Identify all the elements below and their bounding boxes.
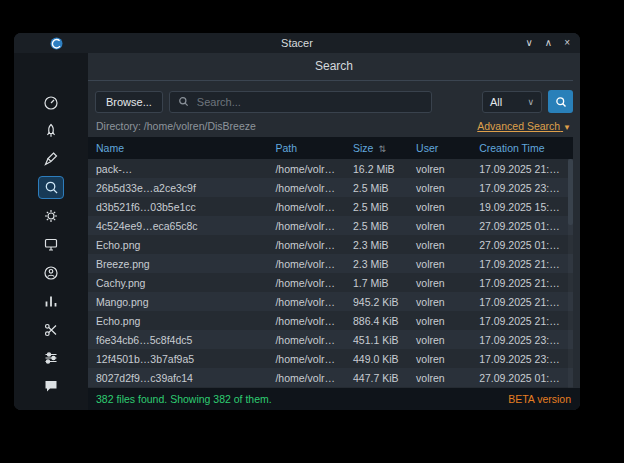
- table-row[interactable]: 26b5d33e…a2ce3c9f/home/volren/…2.5 MiBvo…: [88, 178, 573, 197]
- sort-icon[interactable]: ⇅: [378, 144, 386, 154]
- table-cell: f6e34cb6…5c8f4dc5: [88, 330, 267, 349]
- table-cell: volren: [408, 387, 471, 388]
- column-header[interactable]: User: [408, 137, 471, 159]
- table-cell: volren: [408, 216, 471, 235]
- table-cell: 17.09.2025 23:48:46: [471, 349, 573, 368]
- table-cell: 17.09.2025 21:38:36: [471, 292, 573, 311]
- status-bar: 382 files found. Showing 382 of them. BE…: [88, 388, 580, 410]
- table-cell: /home/volren/…: [267, 197, 345, 216]
- column-header[interactable]: Path: [267, 137, 345, 159]
- table-cell: volren: [408, 368, 471, 387]
- window-title: Stacer: [14, 37, 580, 49]
- rocket-icon: [43, 123, 59, 139]
- table-cell: Cachy.png: [88, 273, 267, 292]
- sidebar-item-resources[interactable]: [38, 290, 64, 313]
- main-panel: Search Browse... All ∨ Directory: /home/…: [88, 53, 580, 410]
- table-cell: 886.4 KiB: [345, 311, 408, 330]
- table-cell: 451.1 KiB: [345, 330, 408, 349]
- table-cell: 2.5 MiB: [345, 216, 408, 235]
- sidebar-item-uninstaller[interactable]: [38, 261, 64, 284]
- sidebar-item-feedback[interactable]: [38, 375, 64, 398]
- table-cell: /home/volren/…: [267, 368, 345, 387]
- table-row[interactable]: Echo.png/home/volren/…2.3 MiBvolren27.09…: [88, 235, 573, 254]
- table-cell: 1.7 MiB: [345, 273, 408, 292]
- search-toolbar: Browse... All ∨: [88, 81, 580, 119]
- sidebar: [14, 53, 88, 410]
- column-header[interactable]: Size⇅: [345, 137, 408, 159]
- table-row[interactable]: 8027d2f9…c39afc14/home/volren/…447.7 KiB…: [88, 368, 573, 387]
- table-header-row: NamePathSize⇅UserCreation Time: [88, 137, 573, 159]
- table-cell: 16.2 MiB: [345, 159, 408, 178]
- table-cell: /home/volren/…: [267, 273, 345, 292]
- table-row[interactable]: d3b521f6…03b5e1cc/home/volren/…2.5 MiBvo…: [88, 197, 573, 216]
- table-row[interactable]: pack-…/home/volren/…16.2 MiBvolren17.09.…: [88, 159, 573, 178]
- stacer-window: Stacer ∨ ∧ ×: [14, 33, 580, 410]
- filter-dropdown[interactable]: All ∨: [482, 91, 542, 113]
- sidebar-item-system-cleaner[interactable]: [38, 148, 64, 171]
- table-row[interactable]: Cachy.png/home/volren/…1.7 MiBvolren17.0…: [88, 273, 573, 292]
- directory-label: Directory: /home/volren/DisBreeze: [96, 120, 256, 132]
- table-cell: /home/volren/…: [267, 159, 345, 178]
- table-cell: volren: [408, 311, 471, 330]
- table-cell: Breeze.png: [88, 254, 267, 273]
- minimize-button[interactable]: ∨: [526, 33, 533, 53]
- triangle-down-icon: ▼: [563, 123, 571, 132]
- table-row[interactable]: 88da1626…c1362a6a/home/volren/…447.4 KiB…: [88, 387, 573, 388]
- table-cell: 19.09.2025 15:32:47: [471, 387, 573, 388]
- scrollbar-thumb[interactable]: [568, 159, 573, 225]
- table-cell: 2.3 MiB: [345, 254, 408, 273]
- sidebar-item-processes[interactable]: [38, 233, 64, 256]
- table-cell: 4c524ee9…eca65c8c: [88, 216, 267, 235]
- filter-value: All: [490, 96, 502, 108]
- search-icon: [44, 180, 59, 195]
- table-row[interactable]: Echo.png/home/volren/…886.4 KiBvolren17.…: [88, 311, 573, 330]
- table-cell: 2.5 MiB: [345, 178, 408, 197]
- version-label: BETA version: [508, 393, 571, 405]
- table-cell: pack-…: [88, 159, 267, 178]
- table-cell: /home/volren/…: [267, 349, 345, 368]
- maximize-button[interactable]: ∧: [545, 33, 552, 53]
- search-box[interactable]: [169, 91, 432, 113]
- table-cell: 17.09.2025 21:38:36: [471, 311, 573, 330]
- gear-icon: [43, 208, 59, 224]
- table-row[interactable]: 4c524ee9…eca65c8c/home/volren/…2.5 MiBvo…: [88, 216, 573, 235]
- table-cell: volren: [408, 349, 471, 368]
- column-header[interactable]: Name: [88, 137, 267, 159]
- table-row[interactable]: Mango.png/home/volren/…945.2 KiBvolren17…: [88, 292, 573, 311]
- table-row[interactable]: f6e34cb6…5c8f4dc5/home/volren/…451.1 KiB…: [88, 330, 573, 349]
- table-cell: /home/volren/…: [267, 387, 345, 388]
- titlebar: Stacer ∨ ∧ ×: [14, 33, 580, 53]
- table-cell: volren: [408, 178, 471, 197]
- table-row[interactable]: Breeze.png/home/volren/…2.3 MiBvolren17.…: [88, 254, 573, 273]
- table-cell: 17.09.2025 21:38:36: [471, 273, 573, 292]
- sidebar-item-dashboard[interactable]: [38, 91, 64, 114]
- close-button[interactable]: ×: [564, 33, 570, 53]
- table-cell: /home/volren/…: [267, 254, 345, 273]
- table-cell: volren: [408, 159, 471, 178]
- table-cell: 447.7 KiB: [345, 368, 408, 387]
- table-cell: /home/volren/…: [267, 235, 345, 254]
- sliders-icon: [43, 350, 59, 366]
- search-submit-button[interactable]: [548, 90, 573, 113]
- table-cell: 447.4 KiB: [345, 387, 408, 388]
- search-icon: [178, 96, 189, 107]
- sidebar-item-settings[interactable]: [38, 346, 64, 369]
- table-cell: volren: [408, 235, 471, 254]
- browse-button[interactable]: Browse...: [95, 91, 163, 113]
- table-row[interactable]: 12f4501b…3b7af9a5/home/volren/…449.0 KiB…: [88, 349, 573, 368]
- table-cell: /home/volren/…: [267, 330, 345, 349]
- table-cell: 88da1626…c1362a6a: [88, 387, 267, 388]
- sidebar-item-search[interactable]: [38, 176, 64, 199]
- sidebar-item-startup-apps[interactable]: [38, 119, 64, 142]
- table-cell: volren: [408, 254, 471, 273]
- table-cell: Echo.png: [88, 235, 267, 254]
- scrollbar[interactable]: [568, 159, 573, 388]
- advanced-search-link[interactable]: Advanced Search ▼: [477, 120, 571, 132]
- table-cell: 945.2 KiB: [345, 292, 408, 311]
- sidebar-item-helpers[interactable]: [38, 318, 64, 341]
- table-cell: /home/volren/…: [267, 311, 345, 330]
- column-header[interactable]: Creation Time: [471, 137, 573, 159]
- table-cell: Echo.png: [88, 311, 267, 330]
- sidebar-item-services[interactable]: [38, 204, 64, 227]
- search-input[interactable]: [195, 95, 423, 109]
